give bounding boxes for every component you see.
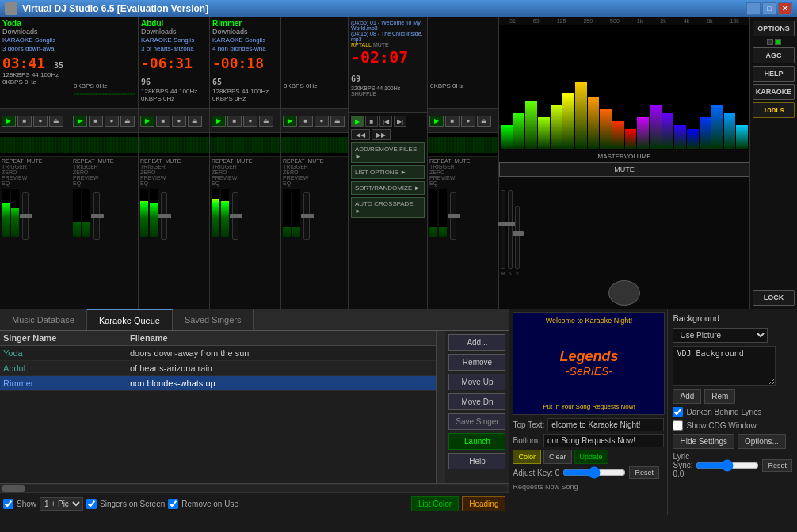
auto-crossfade[interactable]: AUTO CROSSFADE ► <box>351 197 425 218</box>
deck-5-load[interactable]: ⏏ <box>330 116 345 127</box>
deck-6-stop[interactable]: ■ <box>445 116 460 127</box>
darken-lyrics-checkbox[interactable] <box>673 407 683 417</box>
lock-button[interactable]: LOCK <box>753 290 795 306</box>
deck-3-stop[interactable]: ■ <box>156 116 170 127</box>
master-cue[interactable]: ■ <box>365 116 378 127</box>
remove-button[interactable]: Remove <box>448 354 505 370</box>
vol-fader-1[interactable]: M <box>501 190 505 276</box>
show-checkbox[interactable] <box>3 499 13 509</box>
show-select[interactable]: 1 + Pic <box>40 497 83 511</box>
karaoke-button[interactable]: KARAOKE <box>753 84 795 100</box>
deck-3-pitch[interactable] <box>159 189 169 245</box>
deck-4-play[interactable]: ▶ <box>212 116 226 127</box>
deck-3-load[interactable]: ⏏ <box>188 116 202 127</box>
table-row[interactable]: Rimmer non blondes-whats up <box>0 376 436 391</box>
background-select[interactable]: Use Picture <box>673 328 768 343</box>
tools-button[interactable]: TooLs <box>753 102 795 118</box>
agc-button[interactable]: AGC <box>753 48 795 63</box>
tab-music-database[interactable]: Music Database <box>0 309 87 330</box>
settings-add-btn[interactable]: Add <box>673 389 701 404</box>
deck-2-waveform-inner <box>71 137 138 153</box>
lyric-sync-slider[interactable] <box>696 459 759 472</box>
master-fwd[interactable]: ▶▶ <box>372 129 391 140</box>
deck-3-play[interactable]: ▶ <box>140 116 154 127</box>
master-back[interactable]: ◀◀ <box>351 129 370 140</box>
deck-4-load[interactable]: ⏏ <box>259 116 273 127</box>
remove-on-use-checkbox[interactable] <box>168 499 178 509</box>
deck-2-cue[interactable]: ● <box>105 116 119 127</box>
move-up-button[interactable]: Move Up <box>448 374 505 390</box>
sort-randomize[interactable]: SORT/RANDOMIZE ► <box>351 181 425 195</box>
h-scrollbar[interactable] <box>0 483 509 492</box>
table-row[interactable]: Abdul of hearts-arizona rain <box>0 361 436 376</box>
deck-1-pitch[interactable] <box>21 189 30 245</box>
deck-5-play[interactable]: ▶ <box>283 116 297 127</box>
adjust-key-slider[interactable] <box>562 466 626 479</box>
deck-2-play[interactable]: ▶ <box>73 116 87 127</box>
preview-clear-btn[interactable]: Clear <box>543 450 572 464</box>
options-button[interactable]: OPTIONS <box>753 21 795 36</box>
lyric-reset-btn[interactable]: Reset <box>762 459 792 472</box>
preview-update-btn[interactable]: Update <box>574 450 608 464</box>
deck-4-pitch[interactable] <box>231 189 240 245</box>
show-cdg-label: Show CDG Window <box>686 421 756 430</box>
tab-saved-singers[interactable]: Saved Singers <box>173 309 254 330</box>
deck-4-cue[interactable]: ● <box>243 116 257 127</box>
queue-scrollbar[interactable] <box>436 331 445 483</box>
table-row[interactable]: Yoda doors down-away from the sun <box>0 346 436 361</box>
master-prev[interactable]: |◀ <box>379 116 392 127</box>
deck-4-time: -00:18 65 <box>212 55 278 88</box>
adjust-reset-btn[interactable]: Reset <box>629 466 659 479</box>
deck-5-cue[interactable]: ● <box>315 116 329 127</box>
deck-2-load[interactable]: ⏏ <box>120 116 135 127</box>
close-button[interactable]: ✕ <box>778 2 792 15</box>
vol-fader-3[interactable]: V <box>515 206 520 276</box>
deck-3-cue[interactable]: ● <box>172 116 186 127</box>
settings-rem-btn[interactable]: Rem <box>704 389 735 404</box>
singers-screen-checkbox[interactable] <box>86 499 97 509</box>
deck-1-load[interactable]: ⏏ <box>49 116 63 127</box>
list-options[interactable]: LIST OPTIONS ► <box>351 165 425 179</box>
minimize-button[interactable]: ─ <box>746 2 761 15</box>
preview-bottom-input[interactable] <box>543 434 665 447</box>
master-mute-btn[interactable]: MUTE <box>499 162 749 177</box>
heading-button[interactable]: Heading <box>462 496 505 511</box>
deck-2-bpm: 0KBPS 0Hz <box>74 82 135 89</box>
add-remove-files[interactable]: ADD/REMOVE FILES ► <box>351 142 425 163</box>
deck-1-stop[interactable]: ■ <box>17 116 32 127</box>
deck-1-play[interactable]: ▶ <box>2 116 16 127</box>
deck-4-stop[interactable]: ■ <box>227 116 242 127</box>
maximize-button[interactable]: □ <box>762 2 776 15</box>
settings-options-btn[interactable]: Options... <box>738 434 786 449</box>
deck-6-pitch[interactable] <box>448 189 458 245</box>
preview-panel: Welcome to Karaoke Night! Legends -SeRIE… <box>509 309 668 515</box>
tab-karaoke-queue[interactable]: Karaoke Queue <box>87 309 173 330</box>
deck-6-cue[interactable]: ● <box>461 116 475 127</box>
deck-2-pitch[interactable] <box>92 189 101 245</box>
master-play[interactable]: ▶ <box>351 116 364 127</box>
deck-2-stop[interactable]: ■ <box>89 116 103 127</box>
preview-color-btn[interactable]: Color <box>513 450 541 464</box>
deck-6-load[interactable]: ⏏ <box>477 116 491 127</box>
freq-labels: 31 63 125 250 500 1k 2k 4k 8k 16k <box>499 17 749 25</box>
help-button[interactable]: HELP <box>753 66 795 82</box>
deck-3-bpm: 128KBPS 44 100Hz <box>141 88 207 95</box>
vdj-background-input[interactable]: VDJ Background <box>673 346 776 386</box>
deck-6-lower: REPEATMUTE TRIGGER ZERO PREVIEW EQ <box>428 157 498 309</box>
h-scroll-thumb[interactable] <box>2 485 25 492</box>
help-queue-button[interactable]: Help <box>448 453 505 469</box>
hide-settings-btn[interactable]: Hide Settings <box>673 434 734 449</box>
move-dn-button[interactable]: Move Dn <box>448 393 505 410</box>
deck-1-cue[interactable]: ● <box>33 116 48 127</box>
save-singer-button[interactable]: Save Singer <box>448 413 505 430</box>
preview-top-input[interactable] <box>547 418 664 431</box>
deck-5-pitch[interactable] <box>302 189 311 245</box>
deck-6-play[interactable]: ▶ <box>429 116 444 127</box>
launch-button[interactable]: Launch <box>448 433 505 450</box>
list-color-button[interactable]: List Color <box>411 496 459 511</box>
spec-bar-13 <box>662 113 674 149</box>
add-button[interactable]: Add... <box>448 334 505 351</box>
show-cdg-checkbox[interactable] <box>673 420 683 431</box>
deck-5-stop[interactable]: ■ <box>299 116 313 127</box>
master-next[interactable]: ▶| <box>394 116 406 127</box>
